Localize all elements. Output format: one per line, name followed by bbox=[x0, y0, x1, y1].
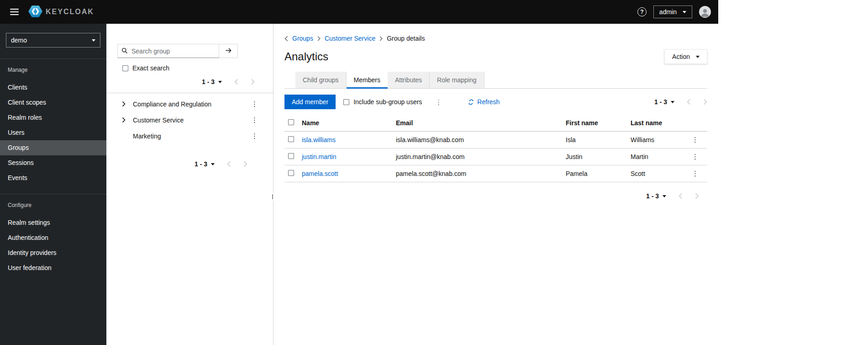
pagination-range: 1 - 3 bbox=[195, 160, 207, 168]
angle-right-icon bbox=[251, 79, 255, 85]
next-page-button[interactable] bbox=[695, 193, 699, 199]
table-row: isla.williams isla.williams@knab.com Isl… bbox=[284, 132, 707, 149]
sidebar-item-groups[interactable]: Groups bbox=[0, 140, 106, 155]
kebab-menu-icon[interactable]: ⋮ bbox=[249, 133, 260, 139]
group-label[interactable]: Compliance and Regulation bbox=[133, 101, 249, 108]
help-icon[interactable]: ? bbox=[637, 7, 647, 16]
add-member-button[interactable]: Add member bbox=[284, 95, 336, 109]
previous-page-button[interactable] bbox=[234, 79, 238, 85]
row-checkbox[interactable] bbox=[288, 153, 294, 159]
chevron-down-icon bbox=[211, 163, 215, 167]
chevron-down-icon bbox=[92, 39, 95, 43]
member-name-link[interactable]: pamela.scott bbox=[302, 170, 338, 177]
pagination-menu-toggle[interactable] bbox=[218, 79, 222, 85]
action-dropdown-label: Action bbox=[672, 53, 690, 60]
previous-page-button[interactable] bbox=[687, 99, 691, 105]
angle-right-icon bbox=[703, 99, 707, 105]
member-last-name: Scott bbox=[627, 165, 685, 182]
tab-attributes[interactable]: Attributes bbox=[388, 72, 430, 88]
row-checkbox[interactable] bbox=[288, 136, 294, 142]
previous-page-button[interactable] bbox=[227, 161, 231, 167]
search-group-input[interactable] bbox=[117, 44, 219, 58]
groups-tree-panel: Exact search 1 - 3 Compliance and Regul bbox=[106, 24, 274, 345]
action-dropdown-button[interactable]: Action bbox=[664, 49, 707, 64]
column-header-name: Name bbox=[298, 115, 392, 132]
refresh-button[interactable]: Refresh bbox=[468, 98, 500, 106]
chevron-down-icon bbox=[696, 56, 700, 60]
column-header-email: Email bbox=[392, 115, 562, 132]
member-first-name: Pamela bbox=[562, 165, 627, 182]
sidebar-item-identity-providers[interactable]: Identity providers bbox=[0, 245, 106, 260]
tab-role-mapping[interactable]: Role mapping bbox=[430, 72, 484, 88]
include-subgroups-checkbox[interactable]: Include sub-group users bbox=[343, 98, 422, 106]
pagination-range: 1 - 3 bbox=[654, 98, 667, 106]
column-header-first-name: First name bbox=[562, 115, 627, 132]
members-toolbar: Add member Include sub-group users ⋮ Ref… bbox=[284, 89, 707, 115]
kebab-menu-icon[interactable]: ⋮ bbox=[689, 170, 701, 177]
next-page-button[interactable] bbox=[703, 99, 707, 105]
sidebar-item-user-federation[interactable]: User federation bbox=[0, 260, 106, 276]
member-name-link[interactable]: isla.williams bbox=[302, 136, 336, 143]
realm-selector[interactable]: demo bbox=[6, 33, 100, 48]
angle-left-icon bbox=[234, 79, 238, 85]
tab-child-groups[interactable]: Child groups bbox=[295, 72, 347, 88]
members-pagination-bottom: 1 - 3 bbox=[646, 192, 699, 200]
kebab-menu-icon[interactable]: ⋮ bbox=[433, 99, 444, 106]
sidebar-item-clients[interactable]: Clients bbox=[0, 80, 106, 95]
breadcrumb-current: Group details bbox=[387, 35, 425, 42]
member-email: justin.martin@knab.com bbox=[392, 149, 562, 165]
search-submit-button[interactable] bbox=[219, 44, 238, 58]
member-email: pamela.scott@knab.com bbox=[392, 165, 562, 182]
group-label[interactable]: Marketing bbox=[133, 133, 249, 140]
arrow-right-icon bbox=[225, 47, 232, 55]
sidebar-item-authentication[interactable]: Authentication bbox=[0, 230, 106, 245]
pagination-menu-toggle[interactable] bbox=[663, 193, 666, 199]
exact-search-label: Exact search bbox=[132, 64, 169, 72]
pagination-range: 1 - 3 bbox=[202, 78, 215, 85]
tab-members[interactable]: Members bbox=[347, 72, 388, 88]
row-checkbox[interactable] bbox=[288, 170, 294, 176]
nav-toggle-icon[interactable] bbox=[10, 9, 19, 15]
sidebar-item-realm-roles[interactable]: Realm roles bbox=[0, 110, 106, 125]
member-name-link[interactable]: justin.martin bbox=[302, 153, 336, 160]
previous-page-button[interactable] bbox=[679, 193, 683, 199]
groups-pagination-top: 1 - 3 bbox=[202, 78, 255, 85]
expand-chevron-icon[interactable] bbox=[122, 101, 129, 107]
brand-text: KEYCLOAK bbox=[46, 8, 94, 16]
next-page-button[interactable] bbox=[251, 79, 255, 85]
kebab-menu-icon[interactable]: ⋮ bbox=[689, 153, 701, 160]
avatar[interactable] bbox=[699, 6, 711, 18]
groups-pagination-bottom: 1 - 3 bbox=[195, 160, 247, 168]
include-subgroups-label: Include sub-group users bbox=[353, 98, 422, 106]
group-tabs: Child groups Members Attributes Role map… bbox=[284, 72, 707, 89]
person-icon bbox=[700, 7, 710, 18]
checkbox[interactable] bbox=[343, 99, 349, 105]
expand-chevron-icon[interactable] bbox=[122, 117, 129, 123]
breadcrumb: Groups Customer Service Group details bbox=[284, 35, 707, 42]
kebab-menu-icon[interactable]: ⋮ bbox=[249, 117, 260, 123]
breadcrumb-link-customer-service[interactable]: Customer Service bbox=[325, 35, 375, 42]
kebab-menu-icon[interactable]: ⋮ bbox=[689, 136, 701, 143]
pagination-menu-toggle[interactable] bbox=[671, 99, 674, 105]
sidebar-item-sessions[interactable]: Sessions bbox=[0, 155, 106, 170]
page-title: Analytics bbox=[284, 50, 328, 63]
pagination-menu-toggle[interactable] bbox=[211, 161, 215, 167]
angle-left-icon bbox=[679, 193, 683, 199]
exact-search-checkbox[interactable]: Exact search bbox=[122, 64, 262, 72]
breadcrumb-link-groups[interactable]: Groups bbox=[292, 35, 313, 42]
group-label[interactable]: Customer Service bbox=[133, 117, 249, 124]
user-menu[interactable]: admin bbox=[653, 5, 692, 18]
kebab-menu-icon[interactable]: ⋮ bbox=[249, 101, 260, 107]
user-menu-label: admin bbox=[659, 8, 677, 16]
sidebar-item-client-scopes[interactable]: Client scopes bbox=[0, 95, 106, 110]
sidebar-item-events[interactable]: Events bbox=[0, 170, 106, 186]
checkbox[interactable] bbox=[122, 65, 128, 71]
next-page-button[interactable] bbox=[243, 161, 247, 167]
sidebar-item-users[interactable]: Users bbox=[0, 125, 106, 140]
sidebar-item-realm-settings[interactable]: Realm settings bbox=[0, 215, 106, 230]
back-chevron-icon[interactable] bbox=[284, 36, 288, 42]
select-all-checkbox[interactable] bbox=[288, 119, 294, 125]
nav-section-title: Configure bbox=[0, 202, 106, 208]
refresh-label: Refresh bbox=[477, 98, 500, 106]
nav-section-configure: Configure Realm settings Authentication … bbox=[0, 194, 106, 276]
